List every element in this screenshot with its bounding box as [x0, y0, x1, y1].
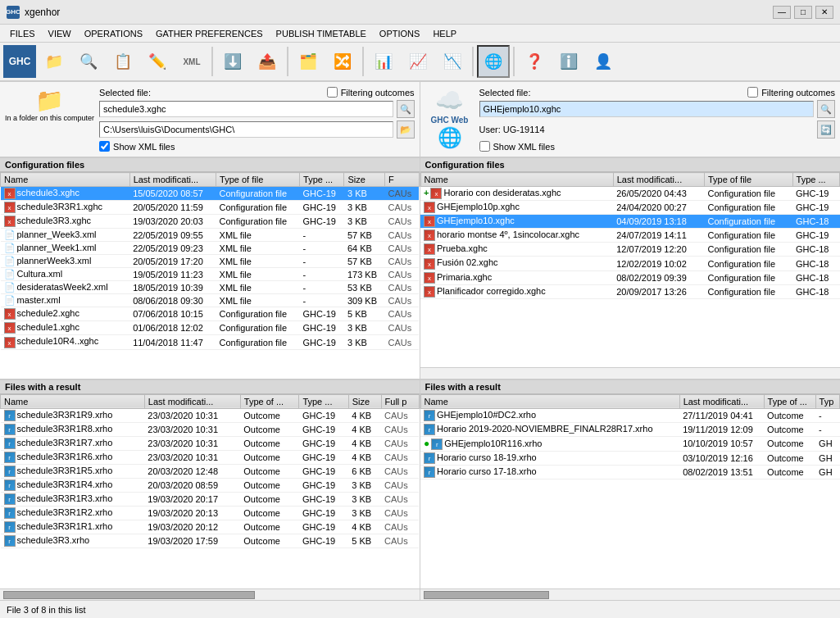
table-row[interactable]: xGHEjemplo10p.xghc 24/04/2020 00:27 Conf… [420, 201, 840, 215]
xml-btn[interactable]: XML [175, 45, 208, 78]
col-extra-left-res[interactable]: Full p [381, 394, 419, 408]
table-row[interactable]: xPlanificador corregido.xghc 20/09/2017 … [420, 284, 840, 298]
left-filename-input[interactable] [99, 101, 393, 117]
menu-gather[interactable]: GATHER PREFERENCES [149, 27, 270, 40]
col-name-left-cfg[interactable]: Name [1, 173, 130, 187]
table-row[interactable]: rschedule3R3R1R2.xrho 19/03/2020 20:13 O… [1, 507, 420, 520]
table-row[interactable]: rschedule3R3R1R3.xrho 19/03/2020 20:17 O… [1, 493, 420, 507]
left-results-table-wrap[interactable]: Name Last modificati... Type of ... Type… [0, 394, 420, 589]
chart2-btn[interactable]: 📉 [436, 45, 469, 78]
filter-btn[interactable]: 🗂️ [292, 45, 325, 78]
left-browse-btn[interactable]: 📂 [397, 120, 415, 139]
col-name-right-res[interactable]: Name [420, 394, 679, 408]
table-row[interactable]: rschedule3R3R1R8.xrho 23/03/2020 10:31 O… [1, 422, 420, 436]
col-name-right-cfg[interactable]: Name [420, 173, 613, 187]
right-cfg-hscroll[interactable] [420, 367, 841, 379]
table-row[interactable]: xschedule2.xghc 07/06/2018 10:15 Configu… [1, 307, 420, 321]
table-row[interactable]: rschedule3R3R1R9.xrho 23/03/2020 10:31 O… [1, 408, 420, 422]
right-res-hscroll[interactable] [420, 588, 841, 600]
col-type-left-res[interactable]: Type of ... [240, 394, 299, 408]
table-row[interactable]: 📄planner_Week3.xml 22/05/2019 09:55 XML … [1, 229, 420, 242]
col-date-right-cfg[interactable]: Last modificati... [613, 173, 704, 187]
open-folder-btn[interactable]: 📁 [38, 45, 70, 78]
table-row[interactable]: ●rGHEjemplo10R116.xrho 10/10/2019 10:57 … [420, 436, 840, 451]
col-type-left-cfg[interactable]: Type of file [216, 173, 300, 187]
publish-btn[interactable]: 📊 [367, 45, 400, 78]
menu-options[interactable]: OPTIONS [373, 27, 427, 40]
table-row[interactable]: +xHorario con desideratas.xghc 26/05/202… [420, 187, 840, 201]
menu-operations[interactable]: OPERATIONS [78, 27, 149, 40]
right-filter-icon-btn[interactable]: 🔍 [817, 100, 835, 118]
table-row[interactable]: rschedule3R3R1R1.xrho 19/03/2020 20:12 O… [1, 520, 420, 534]
globe-active-btn[interactable]: 🌐 [477, 45, 510, 78]
left-folder-icon[interactable]: 📁 In a folder on this computer [5, 87, 94, 123]
maximize-button[interactable]: □ [794, 6, 812, 19]
right-filename-input[interactable] [479, 101, 815, 117]
right-refresh-btn[interactable]: 🔄 [817, 120, 835, 139]
table-row[interactable]: xschedule3R3R1.xghc 20/05/2020 11:59 Con… [1, 201, 420, 215]
table-row[interactable]: rschedule3R3R1R7.xrho 23/03/2020 10:31 O… [1, 436, 420, 450]
col-size-left-cfg[interactable]: Size [344, 173, 385, 187]
help-btn[interactable]: ❓ [518, 45, 551, 78]
table-row[interactable]: xFusión 02.xghc 12/02/2019 10:02 Configu… [420, 257, 840, 270]
table-row[interactable]: xschedule3.xghc 15/05/2020 08:57 Configu… [1, 187, 420, 201]
table-row[interactable]: 📄Cultura.xml 19/05/2019 11:23 XML file -… [1, 268, 420, 281]
table-row[interactable]: rschedule3R3.xrho 19/03/2020 17:59 Outco… [1, 534, 420, 548]
left-path-input[interactable] [99, 121, 393, 138]
right-filtering-checkbox[interactable] [747, 87, 758, 98]
chart-btn[interactable]: 📈 [402, 45, 434, 78]
col-type-right-cfg[interactable]: Type of file [704, 173, 792, 187]
col-subtype-right-res[interactable]: Typ [815, 394, 839, 408]
col-subtype-left-res[interactable]: Type ... [299, 394, 348, 408]
search-btn[interactable]: 🔍 [72, 45, 105, 78]
user-btn[interactable]: 👤 [587, 45, 620, 78]
table-row[interactable]: rschedule3R3R1R5.xrho 20/03/2020 12:48 O… [1, 464, 420, 478]
col-extra-left-cfg[interactable]: F [385, 173, 419, 187]
table-row[interactable]: xPrueba.xghc 12/07/2019 12:20 Configurat… [420, 243, 840, 257]
table-row[interactable]: xGHEjemplo10.xghc 04/09/2019 13:18 Confi… [420, 215, 840, 229]
col-name-left-res[interactable]: Name [1, 394, 145, 408]
table-row[interactable]: xschedule1.xghc 01/06/2018 12:02 Configu… [1, 321, 420, 335]
col-type-right-res[interactable]: Type of ... [764, 394, 815, 408]
col-subtype-left-cfg[interactable]: Type ... [300, 173, 344, 187]
table-row[interactable]: xschedule10R4..xghc 11/04/2018 11:47 Con… [1, 335, 420, 349]
menu-help[interactable]: HELP [426, 27, 463, 40]
table-row[interactable]: 📄plannerWeek3.xml 20/05/2019 17:20 XML f… [1, 255, 420, 268]
table-row[interactable]: xhorario montse 4º, 1sincolocar.xghc 24/… [420, 229, 840, 243]
col-date-left-res[interactable]: Last modificati... [144, 394, 240, 408]
copy-btn[interactable]: 📋 [107, 45, 139, 78]
left-filtering-checkbox[interactable] [327, 87, 338, 98]
table-row[interactable]: rHorario curso 17-18.xrho 08/02/2019 13:… [420, 465, 840, 479]
info-btn[interactable]: ℹ️ [552, 45, 585, 78]
col-subtype-right-cfg[interactable]: Type ... [792, 173, 839, 187]
close-button[interactable]: ✕ [815, 6, 833, 19]
merge-btn[interactable]: 🔀 [326, 45, 359, 78]
ghc-logo-btn[interactable]: GHC [3, 45, 36, 78]
col-size-left-res[interactable]: Size [348, 394, 381, 408]
arrow-down-btn[interactable]: ⬇️ [216, 45, 249, 78]
col-date-left-cfg[interactable]: Last modificati... [129, 173, 216, 187]
table-row[interactable]: rGHEjemplo10#DC2.xrho 27/11/2019 04:41 O… [420, 408, 840, 422]
right-results-table-wrap[interactable]: Name Last modificati... Type of ... Typ … [420, 394, 841, 589]
right-show-xml-checkbox[interactable] [479, 141, 490, 152]
minimize-button[interactable]: — [773, 6, 791, 19]
table-row[interactable]: rschedule3R3R1R4.xrho 20/03/2020 08:59 O… [1, 478, 420, 492]
table-row[interactable]: rHorario 2019-2020-NOVIEMBRE_FINALR28R17… [420, 422, 840, 436]
table-row[interactable]: 📄planner_Week1.xml 22/05/2019 09:23 XML … [1, 242, 420, 255]
col-date-right-res[interactable]: Last modificati... [679, 394, 764, 408]
menu-view[interactable]: VIEW [42, 27, 78, 40]
table-row[interactable]: 📄master.xml 08/06/2018 09:30 XML file - … [1, 294, 420, 307]
table-row[interactable]: 📄desideratasWeek2.xml 18/05/2019 10:39 X… [1, 281, 420, 294]
table-row[interactable]: xPrimaria.xghc 08/02/2019 09:39 Configur… [420, 270, 840, 284]
right-config-table-wrap[interactable]: Name Last modificati... Type of file Typ… [420, 172, 841, 367]
menu-files[interactable]: FILES [3, 27, 42, 40]
left-show-xml-checkbox[interactable] [99, 141, 110, 152]
push-btn[interactable]: 📤 [251, 45, 284, 78]
table-row[interactable]: rHorario curso 18-19.xrho 03/10/2019 12:… [420, 451, 840, 465]
edit-btn[interactable]: ✏️ [141, 45, 174, 78]
left-hscroll[interactable] [0, 588, 420, 600]
table-row[interactable]: rschedule3R3R1R6.xrho 23/03/2020 10:31 O… [1, 450, 420, 464]
left-filter-icon-btn[interactable]: 🔍 [397, 100, 415, 118]
left-config-table-wrap[interactable]: Name Last modificati... Type of file Typ… [0, 172, 420, 379]
menu-publish[interactable]: PUBLISH TIMETABLE [270, 27, 373, 40]
